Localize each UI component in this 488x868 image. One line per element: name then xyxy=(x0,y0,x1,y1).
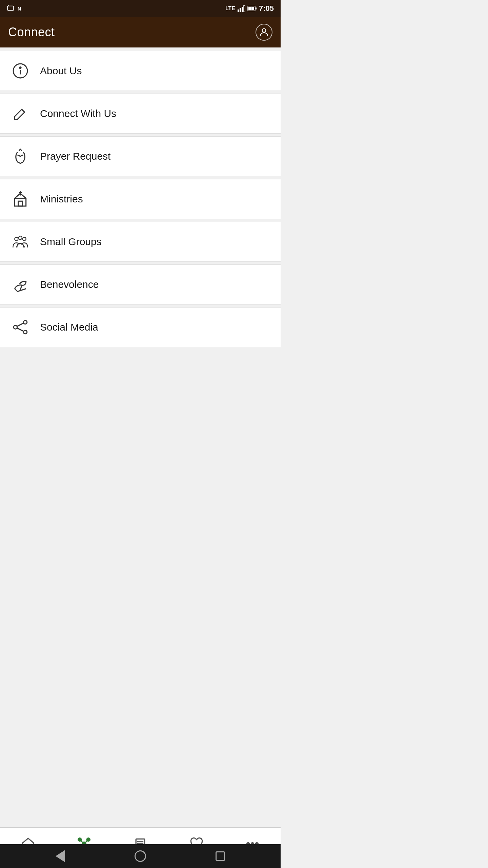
lte-label: LTE xyxy=(225,5,235,12)
app-bar: Connect xyxy=(0,17,281,47)
menu-item-ministries[interactable]: Ministries xyxy=(0,179,281,219)
connect-menu-list: About Us Connect With Us xyxy=(0,47,281,353)
svg-rect-6 xyxy=(244,5,245,12)
svg-point-25 xyxy=(14,326,17,329)
menu-item-social-media[interactable]: Social Media xyxy=(0,307,281,347)
profile-button[interactable] xyxy=(256,24,272,41)
social-media-label: Social Media xyxy=(40,321,98,333)
svg-point-24 xyxy=(23,320,27,324)
svg-point-20 xyxy=(23,237,26,241)
svg-point-14 xyxy=(20,67,21,68)
svg-rect-4 xyxy=(240,8,241,12)
menu-item-small-groups[interactable]: Small Groups xyxy=(0,222,281,262)
hand-leaf-icon xyxy=(10,274,30,295)
svg-point-19 xyxy=(15,237,18,241)
menu-item-prayer-request[interactable]: Prayer Request xyxy=(0,136,281,176)
ministries-label: Ministries xyxy=(40,193,83,205)
svg-line-28 xyxy=(17,328,23,332)
svg-rect-5 xyxy=(242,7,243,12)
n-icon: N xyxy=(17,5,24,12)
page-title: Connect xyxy=(8,25,55,39)
svg-rect-3 xyxy=(238,9,239,12)
status-bar: N LTE 7:05 xyxy=(0,0,281,17)
info-circle-icon xyxy=(10,61,30,81)
connect-with-us-label: Connect With Us xyxy=(40,108,116,119)
svg-point-11 xyxy=(262,28,266,32)
time-display: 7:05 xyxy=(259,4,274,13)
menu-item-about-us[interactable]: About Us xyxy=(0,51,281,91)
svg-rect-8 xyxy=(256,7,257,9)
praying-hands-icon xyxy=(10,146,30,166)
benevolence-label: Benevolence xyxy=(40,279,99,290)
svg-rect-0 xyxy=(7,6,14,11)
svg-point-21 xyxy=(19,236,22,239)
svg-rect-1 xyxy=(8,5,9,6)
signal-icon xyxy=(237,5,245,12)
notification-icon xyxy=(7,5,14,12)
pencil-edit-icon xyxy=(10,103,30,124)
group-people-icon xyxy=(10,232,30,252)
status-right-icons: LTE 7:05 xyxy=(225,4,274,13)
share-network-icon xyxy=(10,317,30,337)
battery-icon xyxy=(247,5,257,12)
about-us-label: About Us xyxy=(40,65,82,77)
svg-rect-15 xyxy=(15,198,26,206)
svg-text:N: N xyxy=(18,6,21,12)
prayer-request-label: Prayer Request xyxy=(40,151,110,162)
menu-item-benevolence[interactable]: Benevolence xyxy=(0,264,281,304)
svg-point-26 xyxy=(23,330,27,334)
small-groups-label: Small Groups xyxy=(40,236,102,248)
svg-rect-18 xyxy=(18,201,23,206)
svg-line-27 xyxy=(17,323,23,327)
profile-icon xyxy=(259,27,269,38)
church-icon xyxy=(10,189,30,209)
menu-item-connect-with-us[interactable]: Connect With Us xyxy=(0,94,281,134)
status-left-icons: N xyxy=(7,5,24,12)
